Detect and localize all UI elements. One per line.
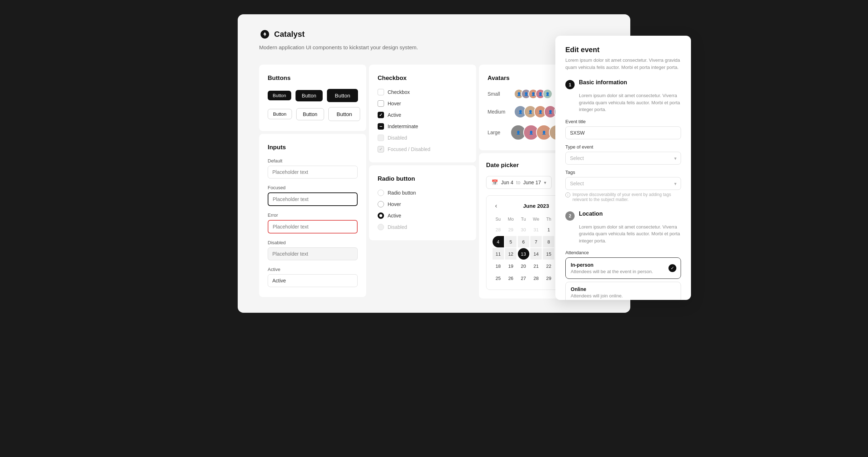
attendance-online[interactable]: Online Attendees will join online. bbox=[565, 282, 681, 300]
button-outline-sm[interactable]: Button bbox=[268, 109, 292, 119]
cal-day[interactable]: 25 bbox=[493, 272, 504, 284]
attendance-group: Attendance In-person Attendees will be a… bbox=[565, 250, 681, 300]
cal-day[interactable]: 28 bbox=[530, 272, 542, 284]
radio-active-circle[interactable] bbox=[378, 212, 384, 219]
datepicker-arrow-icon: ▾ bbox=[544, 180, 546, 185]
datepicker-trigger[interactable]: 📅 Jun 4 to June 17 ▾ bbox=[486, 176, 552, 189]
checkbox-disabled: Disabled bbox=[378, 135, 468, 141]
cal-day[interactable]: 18 bbox=[493, 260, 504, 272]
checkbox-indeterminate-label: Indeterminate bbox=[388, 124, 418, 129]
tags-hint-text: Improve discoverability of your event by… bbox=[572, 192, 681, 202]
input-error[interactable] bbox=[268, 220, 358, 233]
checkbox-hover-box[interactable] bbox=[378, 100, 384, 107]
cal-day-today[interactable]: 13 bbox=[518, 248, 529, 260]
radio-section: Radio button Radio button Hover Active bbox=[369, 165, 476, 240]
button-outline-lg[interactable]: Button bbox=[328, 107, 360, 121]
cal-day[interactable]: 27 bbox=[518, 272, 529, 284]
panel-title: Edit event bbox=[565, 46, 681, 54]
button-solid-lg[interactable]: Button bbox=[327, 89, 358, 102]
step2-desc: Lorem ipsum dolor sit amet consectetur. … bbox=[565, 224, 681, 245]
radio-hover-circle[interactable] bbox=[378, 201, 384, 207]
cal-day[interactable]: 14 bbox=[530, 248, 542, 260]
calendar-icon: 📅 bbox=[491, 179, 498, 186]
attendance-inperson[interactable]: In-person Attendees will be at the event… bbox=[565, 257, 681, 279]
button-outline-md[interactable]: Button bbox=[296, 108, 324, 120]
hint-icon: i bbox=[565, 192, 570, 197]
checkbox-focused-check-icon: ✓ bbox=[379, 147, 383, 152]
input-active-group: Active bbox=[268, 267, 358, 287]
cal-day[interactable]: 19 bbox=[505, 260, 516, 272]
cal-day[interactable]: 8 bbox=[543, 236, 554, 247]
type-select-wrapper: Select ▾ bbox=[565, 152, 681, 165]
tags-group: Tags Select ▾ i Improve discoverability … bbox=[565, 170, 681, 202]
inputs-section: Inputs Default Focused Error bbox=[259, 134, 366, 297]
cal-day[interactable]: 6 bbox=[518, 236, 529, 247]
cal-day[interactable]: 29 bbox=[505, 224, 516, 235]
datepicker-start-date: Jun 4 bbox=[501, 180, 513, 185]
tags-select[interactable]: Select bbox=[565, 177, 681, 190]
buttons-row-outline: Button Button Button bbox=[268, 107, 358, 121]
cal-day[interactable]: 5 bbox=[505, 236, 516, 247]
step2-badge: 2 bbox=[565, 211, 575, 221]
cal-day[interactable]: 11 bbox=[493, 248, 504, 260]
cal-header-su: Su bbox=[492, 215, 504, 223]
attendance-inperson-title: In-person bbox=[571, 262, 676, 268]
cal-day[interactable]: 28 bbox=[493, 224, 504, 235]
input-active-label: Active bbox=[268, 267, 358, 272]
inputs-title: Inputs bbox=[268, 144, 358, 151]
cal-day[interactable]: 22 bbox=[543, 260, 554, 272]
cal-day[interactable]: 7 bbox=[530, 236, 542, 247]
tags-select-wrapper: Select ▾ bbox=[565, 177, 681, 190]
cal-header-we: We bbox=[530, 215, 542, 223]
input-disabled-group: Disabled bbox=[268, 240, 358, 260]
event-title-group: Event title bbox=[565, 119, 681, 139]
cal-day[interactable]: 29 bbox=[543, 272, 554, 284]
app-title: Catalyst bbox=[274, 30, 305, 39]
type-of-event-select[interactable]: Select bbox=[565, 152, 681, 165]
step1-title: Basic information bbox=[579, 79, 627, 86]
event-title-input[interactable] bbox=[565, 126, 681, 139]
checkbox-active-label: Active bbox=[388, 112, 401, 118]
input-focused-group: Focused bbox=[268, 185, 358, 206]
cal-day[interactable]: 1 bbox=[543, 224, 554, 235]
radio-default-circle[interactable] bbox=[378, 190, 384, 196]
cal-day[interactable]: 12 bbox=[505, 248, 516, 260]
radio-disabled: Disabled bbox=[378, 224, 468, 230]
checkbox-focused-disabled-label: Focused / Disabled bbox=[388, 146, 430, 152]
input-default[interactable] bbox=[268, 166, 358, 179]
radio-default: Radio button bbox=[378, 190, 468, 196]
button-solid-sm[interactable]: Button bbox=[268, 91, 291, 100]
cal-day[interactable]: 31 bbox=[530, 224, 542, 235]
main-card: Catalyst Modern application UI component… bbox=[238, 14, 630, 313]
cal-header-tu: Tu bbox=[518, 215, 529, 223]
radio-disabled-circle bbox=[378, 224, 384, 230]
checkbox-active-box[interactable]: ✓ bbox=[378, 112, 384, 118]
cal-day[interactable]: 21 bbox=[530, 260, 542, 272]
checkbox-default-box[interactable] bbox=[378, 89, 384, 95]
calendar-prev-button[interactable]: ‹ bbox=[492, 201, 500, 210]
buttons-grid: Button Button Button Button Button Butto… bbox=[268, 89, 358, 121]
cal-day[interactable]: 4 bbox=[493, 236, 504, 247]
checkbox-indeterminate: − Indeterminate bbox=[378, 123, 468, 130]
cal-day[interactable]: 20 bbox=[518, 260, 529, 272]
input-active[interactable] bbox=[268, 274, 358, 287]
cal-day[interactable]: 30 bbox=[518, 224, 529, 235]
input-focused[interactable] bbox=[268, 192, 358, 206]
radio-active-label: Active bbox=[388, 213, 401, 219]
attendance-inperson-desc: Attendees will be at the event in person… bbox=[571, 269, 676, 274]
radio-default-label: Radio button bbox=[388, 190, 416, 196]
cal-day[interactable]: 26 bbox=[505, 272, 516, 284]
checkbox-indeterminate-box[interactable]: − bbox=[378, 123, 384, 130]
cal-header-th: Th bbox=[543, 215, 555, 223]
checkbox-default-label: Checkbox bbox=[388, 89, 410, 95]
input-disabled-label: Disabled bbox=[268, 240, 358, 245]
input-default-group: Default bbox=[268, 158, 358, 179]
tags-hint: i Improve discoverability of your event … bbox=[565, 192, 681, 202]
panel-desc: Lorem ipsum dolor sit amet consectetur. … bbox=[565, 57, 681, 71]
checkbox-title: Checkbox bbox=[378, 75, 468, 82]
cal-day[interactable]: 15 bbox=[543, 248, 554, 260]
inputs-stack: Default Focused Error Disabled bbox=[268, 158, 358, 287]
button-solid-md[interactable]: Button bbox=[296, 90, 323, 101]
step2-header: 2 Location bbox=[565, 211, 681, 221]
avatars-small-label: Small bbox=[488, 91, 509, 97]
